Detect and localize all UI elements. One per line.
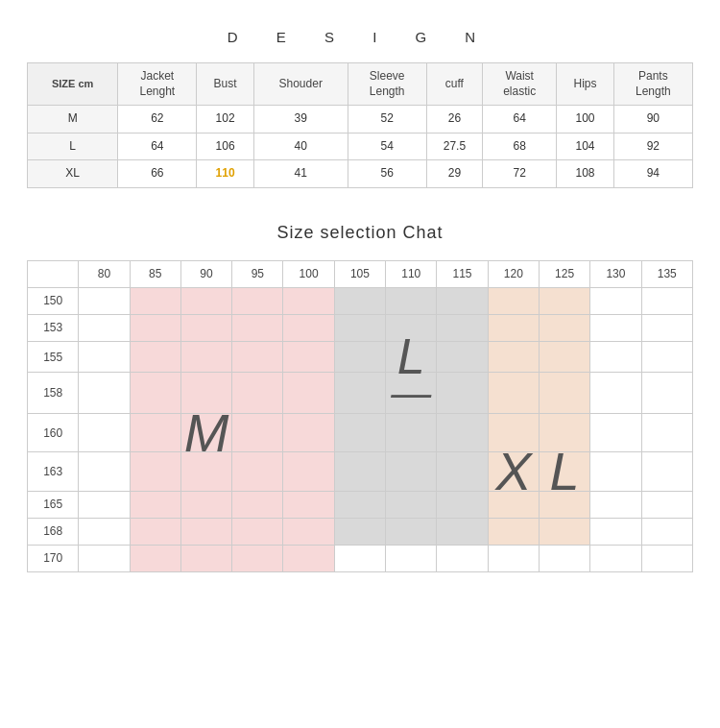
col-header-bust: Bust bbox=[197, 63, 253, 106]
col-header-waist: Waistelastic bbox=[482, 63, 556, 106]
cell-m-hips: 100 bbox=[557, 106, 613, 133]
chart-col-empty bbox=[28, 260, 79, 287]
cell-l-cuff: 27.5 bbox=[426, 133, 482, 160]
size-l: L bbox=[28, 133, 118, 160]
row-label-158: 158 bbox=[28, 373, 79, 414]
chart-col-110: 110 bbox=[386, 260, 437, 287]
chart-row-153: 153 bbox=[28, 314, 693, 341]
cell-l-shoulder: 40 bbox=[253, 133, 348, 160]
cell-l-pants: 92 bbox=[613, 133, 692, 160]
chart-col-115: 115 bbox=[437, 260, 488, 287]
cell-xl-sleeve: 56 bbox=[348, 160, 426, 188]
table-row: L 64 106 40 54 27.5 68 104 92 bbox=[28, 133, 693, 160]
cell-xl-shoulder: 41 bbox=[253, 160, 348, 188]
row-label-165: 165 bbox=[28, 491, 79, 518]
chart-row-150: 150 bbox=[28, 287, 693, 314]
chart-col-130: 130 bbox=[590, 260, 641, 287]
row-label-155: 155 bbox=[28, 341, 79, 372]
chart-row-170: 170 bbox=[28, 545, 693, 571]
cell-l-sleeve: 54 bbox=[348, 133, 426, 160]
size-table: SIZE cm JacketLenght Bust Shouder Sleeve… bbox=[27, 62, 693, 188]
cell-l-jacket: 64 bbox=[118, 133, 197, 160]
table-row: M 62 102 39 52 26 64 100 90 bbox=[28, 106, 693, 133]
chart-row-158: 158 — bbox=[28, 373, 693, 414]
chart-row-160: 160 M bbox=[28, 414, 693, 452]
cell-xl-cuff: 29 bbox=[426, 160, 482, 188]
col-header-cuff: cuff bbox=[426, 63, 482, 106]
chart-row-168: 168 bbox=[28, 518, 693, 545]
design-title: D E S I G N bbox=[0, 0, 720, 62]
chart-row-163: 163 X L bbox=[28, 452, 693, 491]
size-m: M bbox=[28, 106, 118, 133]
row-label-160: 160 bbox=[28, 414, 79, 452]
cell-m-shoulder: 39 bbox=[253, 106, 348, 133]
selection-chart: 80 85 90 95 100 105 110 115 120 125 130 … bbox=[27, 260, 693, 572]
cell-l-bust: 106 bbox=[197, 133, 253, 160]
cell-xl-bust: 110 bbox=[197, 160, 253, 188]
chart-col-100: 100 bbox=[283, 260, 334, 287]
cell-m-sleeve: 52 bbox=[348, 106, 426, 133]
chart-col-125: 125 bbox=[539, 260, 589, 287]
chart-row-155: 155 L bbox=[28, 341, 693, 372]
col-header-pants: PantsLength bbox=[613, 63, 692, 106]
table-row: XL 66 110 41 56 29 72 108 94 bbox=[28, 160, 693, 188]
chart-col-105: 105 bbox=[334, 260, 385, 287]
cell-xl-jacket: 66 bbox=[118, 160, 197, 188]
chart-col-90: 90 bbox=[180, 260, 231, 287]
section-title: Size selection Chat bbox=[0, 188, 720, 260]
chart-col-95: 95 bbox=[232, 260, 283, 287]
row-label-170: 170 bbox=[28, 545, 79, 571]
chart-header-row: 80 85 90 95 100 105 110 115 120 125 130 … bbox=[28, 260, 693, 287]
row-label-163: 163 bbox=[28, 452, 79, 491]
row-label-150: 150 bbox=[28, 287, 79, 314]
col-header-hips: Hips bbox=[557, 63, 613, 106]
chart-row-165: 165 bbox=[28, 491, 693, 518]
cell-xl-waist: 72 bbox=[482, 160, 556, 188]
chart-col-85: 85 bbox=[130, 260, 180, 287]
chart-col-80: 80 bbox=[79, 260, 130, 287]
cell-m-pants: 90 bbox=[613, 106, 692, 133]
cell-m-cuff: 26 bbox=[426, 106, 482, 133]
row-label-153: 153 bbox=[28, 314, 79, 341]
cell-l-waist: 68 bbox=[482, 133, 556, 160]
chart-col-135: 135 bbox=[641, 260, 692, 287]
cell-xl-pants: 94 bbox=[613, 160, 692, 188]
col-header-sleeve: SleeveLength bbox=[348, 63, 426, 106]
cell-xl-hips: 108 bbox=[557, 160, 613, 188]
cell-m-bust: 102 bbox=[197, 106, 253, 133]
cell-m-waist: 64 bbox=[482, 106, 556, 133]
col-header-size: SIZE cm bbox=[28, 63, 118, 106]
cell-m-jacket: 62 bbox=[118, 106, 197, 133]
chart-wrapper: 80 85 90 95 100 105 110 115 120 125 130 … bbox=[0, 260, 720, 572]
cell-l-hips: 104 bbox=[557, 133, 613, 160]
size-xl: XL bbox=[28, 160, 118, 188]
size-table-wrapper: SIZE cm JacketLenght Bust Shouder Sleeve… bbox=[0, 62, 720, 188]
row-label-168: 168 bbox=[28, 518, 79, 545]
col-header-jacket: JacketLenght bbox=[118, 63, 197, 106]
col-header-shoulder: Shouder bbox=[253, 63, 348, 106]
chart-col-120: 120 bbox=[488, 260, 539, 287]
